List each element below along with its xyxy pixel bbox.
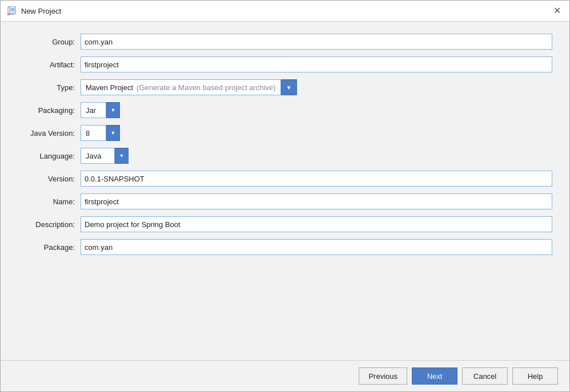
type-label: Type: [18,83,81,92]
cancel-button[interactable]: Cancel [462,367,508,385]
close-button[interactable]: ✕ [551,5,563,17]
version-row: Version: [18,170,552,187]
new-project-icon [7,6,17,15]
description-input[interactable] [81,216,552,232]
type-value: Maven Project (Generate a Maven based pr… [81,79,281,95]
type-dropdown-button[interactable]: ▼ [281,79,297,95]
previous-button[interactable]: Previous [359,367,407,385]
packaging-label: Packaging: [18,106,81,115]
content-spacer [18,261,552,349]
packaging-value: Jar [81,102,106,118]
language-dropdown: Java ▼ [81,148,129,164]
name-row: Name: [18,193,552,210]
language-row: Language: Java ▼ [18,147,552,164]
name-label: Name: [18,197,81,206]
package-label: Package: [18,243,81,252]
title-bar-left: New Project [7,6,61,15]
version-input[interactable] [81,171,552,187]
java-version-dropdown: 8 ▼ [81,125,120,141]
artifact-row: Artifact: [18,56,552,73]
java-version-row: Java Version: 8 ▼ [18,124,552,142]
name-input[interactable] [81,193,552,209]
title-bar: New Project ✕ [1,1,569,22]
type-dropdown: Maven Project (Generate a Maven based pr… [81,79,297,95]
next-button[interactable]: Next [412,367,457,385]
packaging-row: Packaging: Jar ▼ [18,102,552,119]
group-row: Group: [18,33,552,50]
packaging-dropdown: Jar ▼ [81,102,120,118]
java-version-value: 8 [81,125,106,141]
artifact-input[interactable] [81,56,552,72]
java-version-label: Java Version: [18,129,81,138]
group-input[interactable] [81,34,552,50]
package-row: Package: [18,239,552,256]
language-label: Language: [18,152,81,160]
description-row: Description: [18,216,552,233]
language-value: Java [81,148,115,164]
package-input[interactable] [81,239,552,255]
type-hint: (Generate a Maven based project archive) [137,83,276,92]
description-label: Description: [18,220,81,229]
dialog-footer: Previous Next Cancel Help [1,360,569,391]
packaging-dropdown-button[interactable]: ▼ [106,102,120,118]
artifact-label: Artifact: [18,60,81,69]
java-version-dropdown-button[interactable]: ▼ [106,125,120,141]
new-project-dialog: New Project ✕ Group: Artifact: Type: [0,0,570,392]
dialog-title: New Project [21,7,61,15]
group-label: Group: [18,38,81,46]
version-label: Version: [18,175,81,183]
help-button[interactable]: Help [512,367,558,385]
language-dropdown-button[interactable]: ▼ [115,148,129,164]
type-row: Type: Maven Project (Generate a Maven ba… [18,79,552,96]
form-content: Group: Artifact: Type: Maven Project (Ge… [1,22,569,360]
